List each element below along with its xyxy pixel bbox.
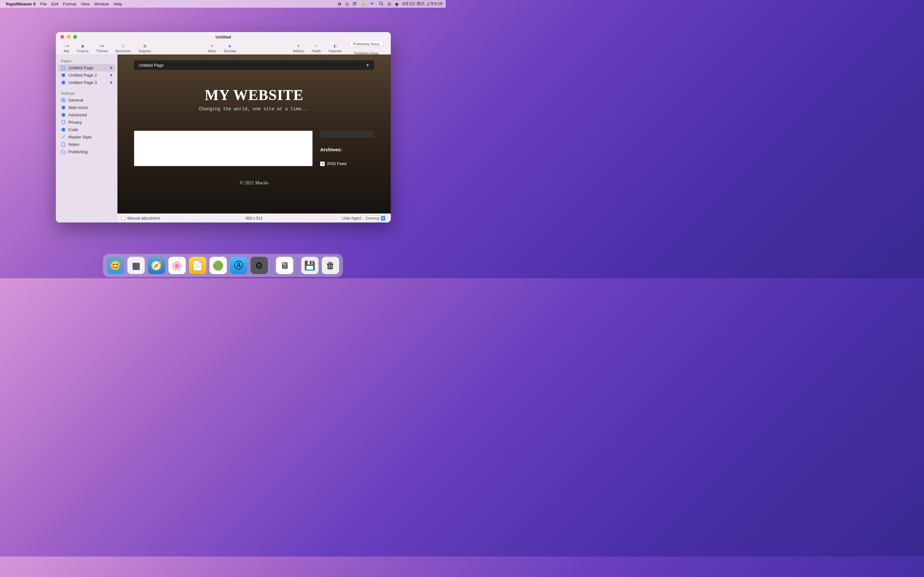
- document-icon: [61, 142, 66, 147]
- preview-canvas: Untitled Page ▼ MY WEBSITE Changing the …: [118, 55, 391, 213]
- sliders-icon: [61, 113, 66, 117]
- sidebar-item-label: Privacy: [68, 120, 82, 125]
- dock-photos[interactable]: 🌸: [168, 257, 186, 274]
- dock-finder[interactable]: 😊: [107, 257, 124, 274]
- svg-point-0: [380, 2, 383, 5]
- svg-point-3: [63, 100, 64, 101]
- brush-icon: ✎▾: [100, 43, 104, 49]
- maximize-button[interactable]: [73, 35, 77, 39]
- rss-label: RSS Feed: [327, 161, 347, 166]
- toolbar-publishing[interactable]: Publishing SetupPublishing Setup: [346, 42, 387, 54]
- sidebar-item-label: Code: [68, 127, 78, 132]
- titlebar: Untitled: [56, 32, 391, 42]
- menu-edit[interactable]: Edit: [51, 2, 58, 6]
- dock-rapidweaver[interactable]: 🖥: [276, 257, 293, 274]
- sidebar-item-label: Untitled Page 3: [68, 80, 97, 85]
- sidebar-item-label: Notes: [68, 142, 79, 147]
- home-icon: [61, 65, 66, 70]
- grid-icon: [61, 105, 66, 110]
- menu-format[interactable]: Format: [63, 2, 76, 6]
- hero-subtitle: Changing the world, one site at a time..…: [118, 106, 391, 111]
- svg-rect-2: [62, 81, 65, 84]
- dock-settings[interactable]: ⚙: [250, 257, 268, 274]
- sidebar-publishing[interactable]: Publishing: [58, 148, 115, 155]
- sidebar-notes[interactable]: Notes: [58, 141, 115, 148]
- sidebar-page-2[interactable]: Untitled Page 2: [58, 71, 115, 79]
- status-dot-icon: [110, 74, 112, 76]
- sidebar-privacy[interactable]: Privacy: [58, 119, 115, 126]
- sidebar-page-1[interactable]: Untitled Page: [58, 64, 115, 71]
- dock-launchpad[interactable]: ▦: [128, 257, 145, 274]
- close-button[interactable]: [60, 35, 64, 39]
- toolbar-projects[interactable]: ▣Projects: [73, 42, 92, 54]
- toolbar-snippets[interactable]: ▤Snippets: [135, 42, 155, 54]
- siri-icon[interactable]: ◉: [395, 2, 399, 6]
- minimize-button[interactable]: [67, 35, 71, 39]
- statusbar: Manual adjustment 883 x 513 User Agent D…: [118, 213, 391, 222]
- eye-icon: ◉: [228, 43, 231, 49]
- sidebar-head-settings: Settings: [58, 89, 115, 97]
- activity-icon: ∿: [315, 43, 318, 49]
- sidebar: Pages Untitled Page Untitled Page 2 Unti…: [56, 55, 118, 222]
- rss-link[interactable]: ≋ RSS Feed: [320, 161, 374, 166]
- sidebar-code[interactable]: Code: [58, 126, 115, 133]
- toolbar-simulate[interactable]: ◉Simulate: [220, 42, 240, 54]
- sidebar-general[interactable]: General: [58, 97, 115, 104]
- status-dot-icon: [110, 81, 112, 84]
- search-box[interactable]: [320, 131, 374, 138]
- wand-icon: [61, 135, 66, 139]
- leaf-icon[interactable]: ✿: [338, 2, 341, 6]
- sidebar-masterstyle[interactable]: Master Style: [58, 133, 115, 141]
- menu-window[interactable]: Window: [94, 2, 109, 6]
- archives-heading: Archives:: [320, 147, 374, 152]
- plus-icon: ＋▾: [64, 43, 69, 49]
- menu-file[interactable]: File: [40, 2, 47, 6]
- battery-icon[interactable]: 🔋: [360, 2, 366, 6]
- shield-icon: [61, 120, 66, 125]
- page-dropdown[interactable]: Untitled Page ▼: [134, 60, 374, 70]
- toolbar-resources[interactable]: ▢Resources: [111, 42, 135, 54]
- toolbar-health[interactable]: ∿Health: [308, 42, 325, 54]
- dock-separator: [297, 258, 297, 274]
- control-center-icon[interactable]: ⊟: [388, 2, 391, 6]
- sidebar-webicons[interactable]: Web Icons: [58, 104, 115, 111]
- menu-help[interactable]: Help: [113, 2, 122, 6]
- manual-checkbox[interactable]: [121, 216, 126, 220]
- useragent-label: User Agent: [342, 216, 361, 221]
- dock-trash[interactable]: 🗑: [322, 257, 339, 274]
- rss-icon: ≋: [320, 161, 325, 166]
- dock-appstore[interactable]: Ⓐ: [230, 257, 247, 274]
- wifi-icon[interactable]: [370, 1, 375, 7]
- dock: 😊 ▦ 🧭 🌸 📄 🟢 Ⓐ ⚙ 🖥 💾 🗑: [103, 254, 343, 277]
- dock-notes[interactable]: 📄: [189, 257, 206, 274]
- toolbar-inspector[interactable]: ◧Inspector: [325, 42, 346, 54]
- clock[interactable]: 8月1日 周日 上午9:29: [402, 1, 443, 7]
- sidebar-item-label: Untitled Page: [68, 65, 94, 70]
- svg-rect-6: [62, 128, 65, 131]
- sidebar-advanced[interactable]: Advanced: [58, 111, 115, 119]
- toolbar-add[interactable]: ＋▾Add: [60, 42, 73, 54]
- dock-drive[interactable]: 💾: [301, 257, 318, 274]
- app-menu[interactable]: RapidWeaver 8: [6, 2, 36, 6]
- spotlight-icon[interactable]: [379, 1, 384, 7]
- sidebar-page-3[interactable]: Untitled Page 3: [58, 79, 115, 86]
- dimensions-label: 883 x 513: [246, 216, 263, 221]
- toolbar-addons[interactable]: ✦Addons: [289, 42, 308, 54]
- manual-label: Manual adjustment: [128, 216, 160, 221]
- dock-safari[interactable]: 🧭: [148, 257, 165, 274]
- input-icon[interactable]: 拼: [352, 1, 357, 7]
- footer-text: © 2021 Macdo: [118, 180, 391, 185]
- toolbar-themes[interactable]: ✎▾Themes: [92, 42, 111, 54]
- menu-view[interactable]: View: [81, 2, 90, 6]
- content-card: [134, 131, 312, 166]
- toolbar-mode[interactable]: ✎Mode: [204, 42, 220, 54]
- device-selector[interactable]: Desktop ⇅: [364, 215, 387, 221]
- page-icon: [61, 80, 66, 85]
- image-icon: ▢: [121, 43, 124, 49]
- sidebar-item-label: Master Style: [68, 135, 91, 139]
- svg-rect-4: [62, 106, 65, 109]
- user-icon[interactable]: ◎: [345, 2, 349, 6]
- cloud-icon: [61, 149, 66, 154]
- sidebar-head-pages: Pages: [58, 57, 115, 64]
- dock-chrome[interactable]: 🟢: [210, 257, 227, 274]
